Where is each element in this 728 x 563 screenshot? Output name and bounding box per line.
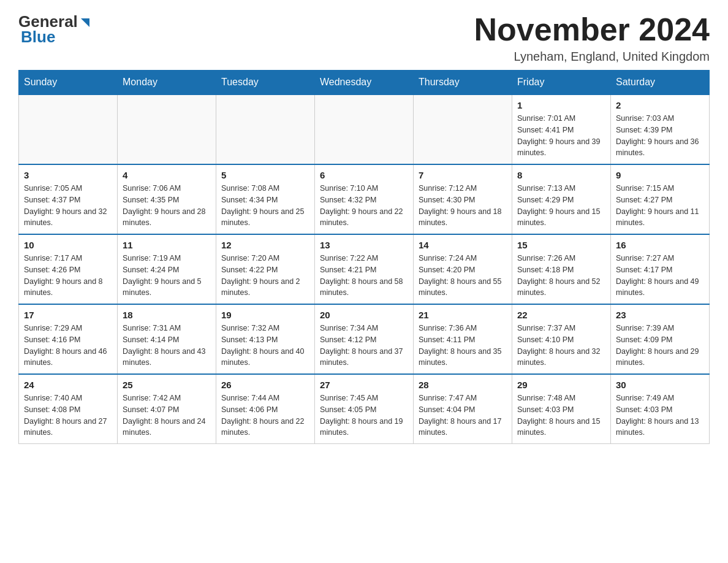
logo-blue-text: Blue	[21, 28, 55, 47]
calendar-cell: 2Sunrise: 7:03 AMSunset: 4:39 PMDaylight…	[611, 94, 710, 164]
day-info: Sunrise: 7:42 AMSunset: 4:07 PMDaylight:…	[123, 393, 211, 439]
calendar-cell: 3Sunrise: 7:05 AMSunset: 4:37 PMDaylight…	[19, 164, 118, 234]
svg-marker-0	[81, 18, 89, 27]
day-info: Sunrise: 7:22 AMSunset: 4:21 PMDaylight:…	[320, 253, 408, 299]
day-info: Sunrise: 7:49 AMSunset: 4:03 PMDaylight:…	[616, 393, 704, 439]
day-info: Sunrise: 7:31 AMSunset: 4:14 PMDaylight:…	[123, 323, 211, 369]
calendar-cell: 29Sunrise: 7:48 AMSunset: 4:03 PMDayligh…	[512, 374, 611, 444]
day-info: Sunrise: 7:01 AMSunset: 4:41 PMDaylight:…	[517, 113, 605, 159]
calendar-cell: 17Sunrise: 7:29 AMSunset: 4:16 PMDayligh…	[19, 304, 118, 374]
title-area: November 2024 Lyneham, England, United K…	[474, 12, 710, 64]
day-header-thursday: Thursday	[414, 71, 512, 95]
day-info: Sunrise: 7:29 AMSunset: 4:16 PMDaylight:…	[24, 323, 112, 369]
calendar-header-row: SundayMondayTuesdayWednesdayThursdayFrid…	[19, 71, 710, 95]
day-number: 22	[517, 310, 605, 320]
day-info: Sunrise: 7:48 AMSunset: 4:03 PMDaylight:…	[517, 393, 605, 439]
logo: General Blue	[18, 12, 92, 47]
calendar-cell: 1Sunrise: 7:01 AMSunset: 4:41 PMDaylight…	[512, 94, 611, 164]
day-info: Sunrise: 7:06 AMSunset: 4:35 PMDaylight:…	[123, 183, 211, 229]
calendar-week-row: 10Sunrise: 7:17 AMSunset: 4:26 PMDayligh…	[19, 234, 710, 304]
day-info: Sunrise: 7:37 AMSunset: 4:10 PMDaylight:…	[517, 323, 605, 369]
calendar-cell: 11Sunrise: 7:19 AMSunset: 4:24 PMDayligh…	[118, 234, 216, 304]
day-info: Sunrise: 7:26 AMSunset: 4:18 PMDaylight:…	[517, 253, 605, 299]
day-number: 1	[517, 100, 605, 110]
day-number: 13	[320, 240, 408, 250]
day-info: Sunrise: 7:08 AMSunset: 4:34 PMDaylight:…	[221, 183, 309, 229]
day-number: 15	[517, 240, 605, 250]
day-header-friday: Friday	[512, 71, 611, 95]
day-number: 12	[221, 240, 309, 250]
calendar-cell: 6Sunrise: 7:10 AMSunset: 4:32 PMDaylight…	[315, 164, 414, 234]
calendar-week-row: 1Sunrise: 7:01 AMSunset: 4:41 PMDaylight…	[19, 94, 710, 164]
calendar-cell: 16Sunrise: 7:27 AMSunset: 4:17 PMDayligh…	[611, 234, 710, 304]
day-number: 14	[419, 240, 507, 250]
calendar-cell: 4Sunrise: 7:06 AMSunset: 4:35 PMDaylight…	[118, 164, 216, 234]
logo-triangle-icon	[78, 16, 92, 29]
day-number: 5	[221, 170, 309, 180]
day-info: Sunrise: 7:24 AMSunset: 4:20 PMDaylight:…	[419, 253, 507, 299]
day-number: 11	[123, 240, 211, 250]
day-info: Sunrise: 7:05 AMSunset: 4:37 PMDaylight:…	[24, 183, 112, 229]
calendar-cell: 19Sunrise: 7:32 AMSunset: 4:13 PMDayligh…	[216, 304, 315, 374]
day-info: Sunrise: 7:45 AMSunset: 4:05 PMDaylight:…	[320, 393, 408, 439]
calendar-cell	[315, 94, 414, 164]
day-number: 20	[320, 310, 408, 320]
calendar-cell: 25Sunrise: 7:42 AMSunset: 4:07 PMDayligh…	[118, 374, 216, 444]
calendar-cell: 22Sunrise: 7:37 AMSunset: 4:10 PMDayligh…	[512, 304, 611, 374]
day-number: 7	[419, 170, 507, 180]
day-info: Sunrise: 7:44 AMSunset: 4:06 PMDaylight:…	[221, 393, 309, 439]
day-info: Sunrise: 7:12 AMSunset: 4:30 PMDaylight:…	[419, 183, 507, 229]
calendar-cell: 13Sunrise: 7:22 AMSunset: 4:21 PMDayligh…	[315, 234, 414, 304]
calendar-cell: 15Sunrise: 7:26 AMSunset: 4:18 PMDayligh…	[512, 234, 611, 304]
day-info: Sunrise: 7:47 AMSunset: 4:04 PMDaylight:…	[419, 393, 507, 439]
day-number: 27	[320, 380, 408, 390]
day-number: 21	[419, 310, 507, 320]
day-info: Sunrise: 7:13 AMSunset: 4:29 PMDaylight:…	[517, 183, 605, 229]
day-number: 24	[24, 380, 112, 390]
calendar-cell	[414, 94, 512, 164]
calendar-cell: 5Sunrise: 7:08 AMSunset: 4:34 PMDaylight…	[216, 164, 315, 234]
calendar-cell: 20Sunrise: 7:34 AMSunset: 4:12 PMDayligh…	[315, 304, 414, 374]
day-number: 4	[123, 170, 211, 180]
calendar-cell: 23Sunrise: 7:39 AMSunset: 4:09 PMDayligh…	[611, 304, 710, 374]
month-title: November 2024	[474, 12, 710, 47]
day-number: 29	[517, 380, 605, 390]
calendar-cell: 8Sunrise: 7:13 AMSunset: 4:29 PMDaylight…	[512, 164, 611, 234]
day-number: 19	[221, 310, 309, 320]
day-info: Sunrise: 7:19 AMSunset: 4:24 PMDaylight:…	[123, 253, 211, 299]
day-info: Sunrise: 7:40 AMSunset: 4:08 PMDaylight:…	[24, 393, 112, 439]
calendar-week-row: 24Sunrise: 7:40 AMSunset: 4:08 PMDayligh…	[19, 374, 710, 444]
day-number: 8	[517, 170, 605, 180]
day-info: Sunrise: 7:20 AMSunset: 4:22 PMDaylight:…	[221, 253, 309, 299]
day-info: Sunrise: 7:32 AMSunset: 4:13 PMDaylight:…	[221, 323, 309, 369]
calendar-cell	[19, 94, 118, 164]
location-text: Lyneham, England, United Kingdom	[474, 50, 710, 64]
calendar-cell: 9Sunrise: 7:15 AMSunset: 4:27 PMDaylight…	[611, 164, 710, 234]
calendar-cell	[216, 94, 315, 164]
day-number: 2	[616, 100, 704, 110]
calendar-cell: 30Sunrise: 7:49 AMSunset: 4:03 PMDayligh…	[611, 374, 710, 444]
day-info: Sunrise: 7:39 AMSunset: 4:09 PMDaylight:…	[616, 323, 704, 369]
day-number: 10	[24, 240, 112, 250]
day-info: Sunrise: 7:34 AMSunset: 4:12 PMDaylight:…	[320, 323, 408, 369]
calendar-cell: 18Sunrise: 7:31 AMSunset: 4:14 PMDayligh…	[118, 304, 216, 374]
calendar-cell: 7Sunrise: 7:12 AMSunset: 4:30 PMDaylight…	[414, 164, 512, 234]
day-info: Sunrise: 7:15 AMSunset: 4:27 PMDaylight:…	[616, 183, 704, 229]
day-header-tuesday: Tuesday	[216, 71, 315, 95]
day-info: Sunrise: 7:36 AMSunset: 4:11 PMDaylight:…	[419, 323, 507, 369]
calendar-cell	[118, 94, 216, 164]
calendar-cell: 24Sunrise: 7:40 AMSunset: 4:08 PMDayligh…	[19, 374, 118, 444]
day-number: 28	[419, 380, 507, 390]
day-number: 26	[221, 380, 309, 390]
calendar-cell: 14Sunrise: 7:24 AMSunset: 4:20 PMDayligh…	[414, 234, 512, 304]
day-info: Sunrise: 7:17 AMSunset: 4:26 PMDaylight:…	[24, 253, 112, 299]
calendar-cell: 10Sunrise: 7:17 AMSunset: 4:26 PMDayligh…	[19, 234, 118, 304]
day-info: Sunrise: 7:10 AMSunset: 4:32 PMDaylight:…	[320, 183, 408, 229]
calendar-cell: 21Sunrise: 7:36 AMSunset: 4:11 PMDayligh…	[414, 304, 512, 374]
day-header-sunday: Sunday	[19, 71, 118, 95]
day-number: 30	[616, 380, 704, 390]
day-info: Sunrise: 7:03 AMSunset: 4:39 PMDaylight:…	[616, 113, 704, 159]
day-header-monday: Monday	[118, 71, 216, 95]
day-number: 3	[24, 170, 112, 180]
day-info: Sunrise: 7:27 AMSunset: 4:17 PMDaylight:…	[616, 253, 704, 299]
